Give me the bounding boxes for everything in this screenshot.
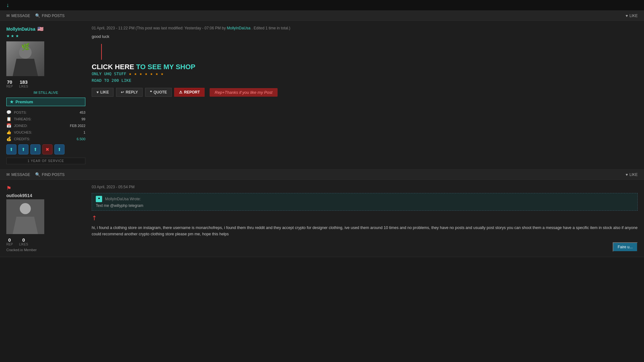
post1-avatar: 🌿 — [6, 41, 44, 76]
post1-text: good luck — [92, 34, 638, 39]
quote-author: ❝ MollyInDaUsa Wrote: — [96, 196, 634, 202]
heart-icon2: ♥ — [626, 172, 628, 177]
badge-1: ⬆ — [6, 144, 16, 154]
search-icon: 🔍 — [35, 13, 40, 18]
faire-button[interactable]: Faire u... — [613, 242, 638, 252]
report-button[interactable]: ⚠ REPORT — [174, 88, 205, 97]
click-here-block[interactable]: CLICK HERE TO SEE MY SHOP ONLY UHQ STUFF… — [92, 63, 638, 83]
quote-block: ❝ MollyInDaUsa Wrote: Text me @willyphp … — [92, 193, 638, 211]
avatar2-head — [20, 203, 31, 214]
post2-user-sidebar: ⚑ outlook9514 0 REP 0 LIKES Cracked.io M… — [6, 185, 85, 252]
flag-icon: 🇺🇸 — [37, 26, 44, 32]
quote-button[interactable]: ❝ QUOTE — [145, 88, 172, 97]
find-posts-button[interactable]: 🔍 FIND POSTS — [35, 13, 64, 18]
quote-mark-icon: ❝ — [96, 196, 102, 202]
post1-action-bar-left: ✉ MESSAGE 🔍 FIND POSTS — [6, 13, 64, 18]
joined-detail: 📅 JOINED: FEB 2022 — [6, 123, 85, 128]
badge-row: ⬆ ⬆ ⬆ ✖ ⬆ — [6, 144, 85, 154]
heart-icon: ♥ — [626, 14, 628, 18]
avatar-suit — [13, 59, 38, 76]
post2-container: ✉ MESSAGE 🔍 FIND POSTS ♥ LIKE ⚑ outlook9… — [0, 170, 644, 257]
post2-action-bar-left: ✉ MESSAGE 🔍 FIND POSTS — [6, 172, 64, 177]
badge-4: ✖ — [42, 144, 52, 154]
user-status: IM STILL ALIVE — [6, 91, 85, 94]
reply-icon: ↩ — [121, 90, 124, 94]
post1-layout: MollyInDaUsa 🇺🇸 ★ ★ ★ 🌿 70 REP 183 — [0, 21, 644, 169]
premium-star-icon: ★ — [10, 100, 14, 104]
quote-icon: ❝ — [150, 90, 152, 94]
credits-icon: 💰 — [6, 136, 11, 141]
badge-5: ⬆ — [54, 144, 64, 154]
badge-2: ⬆ — [18, 144, 28, 154]
service-badge: 1 YEAR OF SERVICE — [6, 158, 85, 164]
stars: ★ ★ ★ ★ ★ ★ ★ — [129, 71, 163, 76]
post2-message-button[interactable]: ✉ MESSAGE — [6, 172, 30, 177]
avatar2-bg — [6, 199, 44, 234]
joined-icon: 📅 — [6, 123, 11, 128]
click-here-prefix: CLICK HERE — [92, 63, 134, 71]
click-here-text: CLICK HERE TO SEE MY SHOP — [92, 63, 638, 71]
like-button[interactable]: ♥ LIKE — [92, 88, 113, 97]
badge-3: ⬆ — [30, 144, 40, 154]
post2-content: 03 April, 2023 - 05:54 PM ❝ MollyInDaUsa… — [92, 185, 638, 237]
avatar-leaf: 🌿 — [21, 43, 30, 51]
top-bar: ↓ — [0, 0, 644, 11]
post2-action-bar: ✉ MESSAGE 🔍 FIND POSTS ♥ LIKE — [0, 170, 644, 180]
rep-thanks-label: Rep+Thanks if you like my Post — [210, 88, 277, 97]
vouches-icon: 👍 — [6, 130, 11, 135]
post1-user-sidebar: MollyInDaUsa 🇺🇸 ★ ★ ★ 🌿 70 REP 183 — [6, 26, 85, 164]
rep-stat: 70 REP — [6, 79, 13, 88]
like-right-button[interactable]: ♥ LIKE — [626, 14, 638, 18]
post1-user-stars: ★ ★ ★ — [6, 34, 85, 38]
post2-layout: ⚑ outlook9514 0 REP 0 LIKES Cracked.io M… — [0, 180, 644, 257]
post2-like-right[interactable]: ♥ LIKE — [626, 172, 638, 177]
post2-username: outlook9514 — [6, 193, 85, 198]
credits-detail: 💰 CREDITS: 6.500 — [6, 136, 85, 141]
down-icon: ↓ — [6, 2, 9, 9]
arrow-indicator — [92, 44, 638, 60]
post1-content: 01 April, 2023 - 11:22 PM (This post was… — [92, 26, 638, 164]
reply-button[interactable]: ↩ REPLY — [116, 88, 143, 97]
message-icon: ✉ — [6, 13, 10, 18]
post1-actions: ♥ LIKE ↩ REPLY ❝ QUOTE ⚠ REPORT Rep+Than… — [92, 88, 638, 97]
avatar2-suit — [13, 217, 38, 234]
premium-badge: ★ Premium — [6, 98, 85, 106]
post2-content-wrap: 03 April, 2023 - 05:54 PM ❝ MollyInDaUsa… — [92, 185, 638, 252]
post2-likes-stat: 0 LIKES — [19, 237, 28, 246]
threads-icon: 📋 — [6, 117, 11, 121]
posts-detail: 💬 POSTS: 453 — [6, 110, 85, 115]
warning-icon: ⚠ — [179, 90, 182, 94]
message-icon2: ✉ — [6, 172, 10, 177]
post1-username: MollyInDaUsa 🇺🇸 — [6, 26, 85, 32]
threads-detail: 📋 THREADS: 99 — [6, 117, 85, 121]
post1-user-stats: 70 REP 183 LIKES — [6, 79, 85, 88]
heart-icon-btn: ♥ — [96, 90, 99, 94]
post2-flag-marker: ⚑ — [6, 185, 85, 192]
likes-stat: 183 LIKES — [19, 79, 28, 88]
posts-icon: 💬 — [6, 110, 11, 115]
post2-body: hi, i found a clothing store on instagra… — [92, 225, 638, 237]
post1-action-bar: ✉ MESSAGE 🔍 FIND POSTS ♥ LIKE — [0, 11, 644, 21]
post2-arrow: ↙ — [92, 214, 638, 222]
road-text: ROAD TO 200 LIKE — [92, 78, 638, 83]
avatar-background: 🌿 — [6, 41, 44, 76]
user2-role: Cracked.io Member — [6, 248, 85, 252]
click-here-suffix: TO SEE MY SHOP — [136, 63, 195, 71]
search-icon2: 🔍 — [35, 172, 40, 177]
message-button[interactable]: ✉ MESSAGE — [6, 13, 30, 18]
only-uhq-text: ONLY UHQ STUFF ★ ★ ★ ★ ★ ★ ★ — [92, 71, 638, 76]
post2-meta: 03 April, 2023 - 05:54 PM — [92, 185, 638, 189]
post1-container: ✉ MESSAGE 🔍 FIND POSTS ♥ LIKE MollyInDaU… — [0, 11, 644, 170]
vouches-detail: 👍 VOUCHES: 1 — [6, 130, 85, 135]
post2-user-stats: 0 REP 0 LIKES — [6, 237, 85, 246]
post2-find-posts-button[interactable]: 🔍 FIND POSTS — [35, 172, 64, 177]
post2-rep-stat: 0 REP — [6, 237, 13, 246]
quote-text: Text me @willyphp telegram — [96, 203, 634, 208]
post2-avatar — [6, 199, 44, 234]
post1-meta: 01 April, 2023 - 11:22 PM (This post was… — [92, 26, 638, 30]
